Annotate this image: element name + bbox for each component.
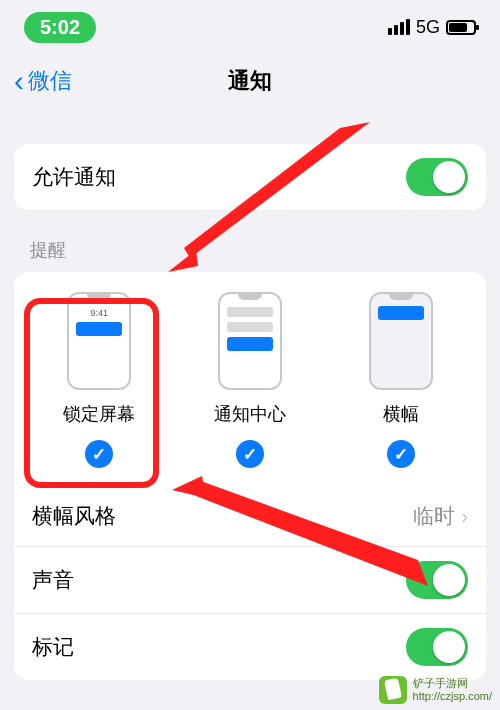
banner-style-row[interactable]: 横幅风格 临时 › (14, 486, 486, 546)
banner-style-value: 临时 › (413, 502, 468, 530)
signal-icon (388, 19, 410, 35)
chevron-left-icon: ‹ (14, 64, 24, 98)
allow-card: 允许通知 (14, 144, 486, 210)
watermark: 铲子手游网 http://czjsp.com/ (379, 676, 492, 704)
sound-label: 声音 (32, 566, 74, 594)
center-check-icon: ✓ (236, 440, 264, 468)
alerts-card: 9:41 锁定屏幕 ✓ 通知中心 ✓ 横幅 ✓ 横幅风格 (14, 272, 486, 680)
network-label: 5G (416, 17, 440, 38)
lockscreen-label: 锁定屏幕 (63, 402, 135, 426)
allow-label: 允许通知 (32, 163, 116, 191)
battery-icon (446, 20, 476, 35)
status-bar: 5:02 5G (0, 0, 500, 54)
alerts-section-header: 提醒 (30, 238, 470, 262)
badge-label: 标记 (32, 633, 74, 661)
alert-opt-center[interactable]: 通知中心 ✓ (185, 292, 315, 468)
banner-check-icon: ✓ (387, 440, 415, 468)
watermark-logo-icon (379, 676, 407, 704)
nav-header: ‹ 微信 通知 (0, 54, 500, 108)
sound-toggle[interactable] (406, 561, 468, 599)
lockscreen-time: 9:41 (91, 308, 109, 318)
center-label: 通知中心 (214, 402, 286, 426)
alert-opt-banner[interactable]: 横幅 ✓ (336, 292, 466, 468)
back-label: 微信 (28, 66, 72, 96)
center-preview-icon (218, 292, 282, 390)
allow-toggle[interactable] (406, 158, 468, 196)
sound-row: 声音 (14, 546, 486, 613)
allow-notifications-row: 允许通知 (14, 144, 486, 210)
back-button[interactable]: ‹ 微信 (14, 64, 72, 98)
banner-label: 横幅 (383, 402, 419, 426)
watermark-line2: http://czjsp.com/ (413, 690, 492, 703)
page-title: 通知 (228, 66, 272, 96)
status-time-pill: 5:02 (24, 12, 96, 43)
badge-toggle[interactable] (406, 628, 468, 666)
lockscreen-preview-icon: 9:41 (67, 292, 131, 390)
status-right: 5G (388, 17, 476, 38)
alerts-row: 9:41 锁定屏幕 ✓ 通知中心 ✓ 横幅 ✓ (14, 272, 486, 486)
alert-opt-lockscreen[interactable]: 9:41 锁定屏幕 ✓ (34, 292, 164, 468)
watermark-line1: 铲子手游网 (413, 677, 492, 690)
badge-row: 标记 (14, 613, 486, 680)
lockscreen-check-icon: ✓ (85, 440, 113, 468)
banner-preview-icon (369, 292, 433, 390)
banner-style-label: 横幅风格 (32, 502, 116, 530)
chevron-right-icon: › (461, 505, 468, 528)
